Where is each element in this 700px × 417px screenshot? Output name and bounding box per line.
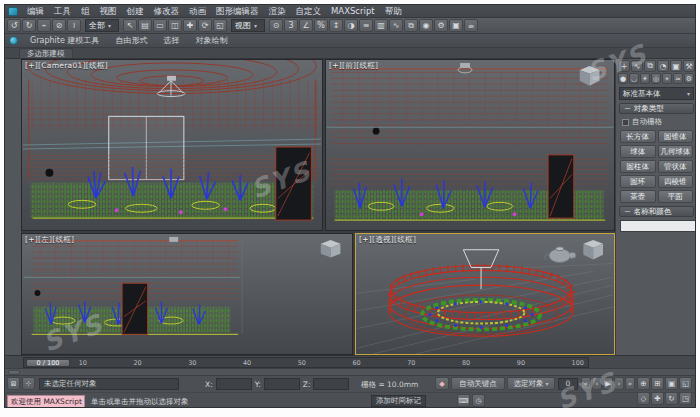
play-animation-icon[interactable]: ▶ — [603, 377, 613, 390]
go-to-start-icon[interactable]: « — [581, 377, 591, 390]
menu-item[interactable]: 自定义 — [291, 5, 327, 18]
viewcube-icon[interactable] — [583, 240, 603, 260]
coord-x-field[interactable] — [216, 378, 252, 390]
primitive-button[interactable]: 圆锥体 — [658, 130, 694, 143]
rendered-frame-window-icon[interactable]: ▣ — [449, 19, 463, 32]
undo-icon[interactable]: ↺ — [7, 19, 21, 32]
maximize-viewport-icon[interactable]: ◳ — [679, 392, 692, 405]
app-icon[interactable] — [8, 7, 18, 16]
zoom-extents-all-icon[interactable]: ◱ — [679, 377, 692, 390]
viewport-label-front[interactable]: [+][前][线框] — [329, 61, 378, 71]
sphere-object[interactable] — [373, 128, 380, 135]
selected-objects-dropdown[interactable]: 选定对象 ▾ — [507, 377, 555, 390]
furniture-objects[interactable] — [31, 183, 314, 219]
chandelier-object[interactable] — [463, 250, 498, 289]
teapot-object[interactable] — [169, 237, 178, 242]
previous-frame-icon[interactable]: ‹ — [592, 377, 602, 390]
rollout-name-color[interactable]: − 名称和颜色 — [619, 206, 694, 217]
sphere-object[interactable] — [35, 290, 41, 296]
menu-item[interactable]: 动画 — [184, 5, 211, 18]
primitive-button[interactable]: 几何球体 — [658, 145, 694, 158]
select-object-icon[interactable]: ↖ — [123, 19, 137, 32]
hierarchy-tab-icon[interactable]: ⧉ — [644, 60, 656, 72]
field-of-view-icon[interactable]: ◇ — [637, 392, 650, 405]
viewport-left[interactable]: [+][左][线框] — [21, 233, 353, 355]
material-editor-icon[interactable]: ◉ — [419, 19, 433, 32]
zoom-all-icon[interactable]: ⊞ — [651, 377, 664, 390]
menu-item[interactable]: 渲染 — [264, 5, 291, 18]
create-tab-icon[interactable]: + — [618, 60, 630, 72]
menu-item[interactable]: 帮助 — [380, 5, 407, 18]
menu-item[interactable]: 图形编辑器 — [211, 5, 264, 18]
align-icon[interactable]: ≡ — [359, 19, 373, 32]
ribbon-tab[interactable]: 自由形式 — [107, 34, 155, 47]
primitive-button[interactable]: 圆环 — [620, 175, 656, 188]
door-object[interactable] — [276, 147, 312, 220]
auto-key-button[interactable]: 自动关键点 — [451, 377, 505, 390]
time-slider-track[interactable]: 0102030405060708090100 0 / 100 — [23, 357, 589, 368]
select-and-link-icon[interactable]: ⌁ — [37, 19, 51, 32]
door-object[interactable] — [122, 283, 148, 334]
menu-item[interactable]: 创建 — [122, 5, 149, 18]
set-keys-button[interactable]: ◆ — [435, 377, 449, 390]
space-warps-category-icon[interactable]: ≈ — [673, 73, 683, 84]
snaps-toggle-icon[interactable]: 3 — [284, 19, 298, 32]
primitive-button[interactable]: 管状体 — [658, 160, 694, 173]
viewport-label-perspective[interactable]: [+][透视][线框] — [359, 235, 416, 245]
spinner-snap-icon[interactable]: ↕ — [329, 19, 343, 32]
ribbon-tab[interactable]: Graphite 建模工具 — [22, 34, 107, 47]
mini-curve-editor-button[interactable] — [8, 370, 20, 375]
mirror-icon[interactable]: ◑ — [344, 19, 358, 32]
snap-cycle-icon[interactable]: ⊹ — [22, 377, 35, 390]
primitive-button[interactable]: 球体 — [620, 145, 656, 158]
rollout-object-type[interactable]: − 对象类型 — [619, 103, 694, 114]
graphite-icon[interactable] — [9, 36, 18, 45]
primitive-button[interactable]: 圆柱体 — [620, 160, 656, 173]
primitive-button[interactable]: 茶壶 — [620, 190, 656, 203]
ribbon-tab[interactable]: 对象绘制 — [187, 34, 235, 47]
primitive-button[interactable]: 平面 — [658, 190, 694, 203]
teapot-object[interactable] — [545, 247, 576, 263]
viewport-camera[interactable]: [+][Camera01][线框] — [21, 59, 323, 231]
menu-item[interactable]: 视图 — [95, 5, 122, 18]
selection-lock-toggle-icon[interactable]: ⊠ — [7, 377, 20, 390]
helpers-category-icon[interactable]: ⌖ — [662, 73, 672, 84]
primitive-button[interactable]: 长方体 — [620, 130, 656, 143]
viewcube-icon[interactable] — [321, 240, 341, 258]
keyboard-override-toggle-icon[interactable]: ⌨ — [457, 394, 470, 407]
lights-category-icon[interactable]: ☀ — [640, 73, 650, 84]
door-object[interactable] — [548, 155, 574, 218]
select-and-scale-icon[interactable]: ◱ — [213, 19, 227, 32]
select-by-name-icon[interactable]: ▤ — [138, 19, 152, 32]
window-crossing-icon[interactable]: ◫ — [168, 19, 182, 32]
menu-item[interactable]: 编辑 — [22, 5, 49, 18]
zoom-extents-icon[interactable]: ▣ — [665, 377, 678, 390]
go-to-end-icon[interactable]: » — [625, 377, 635, 390]
use-pivot-center-icon[interactable]: ⊙ — [269, 19, 283, 32]
percent-snap-icon[interactable]: % — [314, 19, 328, 32]
menu-item[interactable]: 组 — [76, 5, 95, 18]
modify-tab-icon[interactable]: ∿ — [631, 60, 643, 72]
display-tab-icon[interactable]: ▣ — [670, 60, 682, 72]
schematic-view-icon[interactable]: ⧉ — [404, 19, 418, 32]
unlink-selection-icon[interactable]: ⊘ — [52, 19, 66, 32]
viewport-label-left[interactable]: [+][左][线框] — [25, 235, 74, 245]
motion-tab-icon[interactable]: ◔ — [657, 60, 669, 72]
render-production-icon[interactable]: ☕ — [464, 19, 478, 32]
geometry-category-icon[interactable]: ● — [618, 73, 628, 84]
layer-manager-icon[interactable]: ▥ — [374, 19, 388, 32]
pan-view-icon[interactable]: ✚ — [651, 392, 664, 405]
geometry-subcategory-dropdown[interactable]: 标准基本体 ▾ — [619, 87, 694, 100]
primitive-button[interactable]: 四棱锥 — [658, 175, 694, 188]
cameras-category-icon[interactable]: ◎ — [651, 73, 661, 84]
select-and-move-icon[interactable]: ✚ — [183, 19, 197, 32]
ribbon-tab[interactable]: 选择 — [155, 34, 187, 47]
shapes-category-icon[interactable]: ◡ — [629, 73, 639, 84]
time-slider-handle[interactable]: 0 / 100 — [26, 359, 70, 367]
maxscript-mini-listener[interactable]: 欢迎使用 MAXScript — [7, 395, 85, 408]
add-time-tag-button[interactable]: 添加时间标记 — [371, 395, 426, 407]
bind-to-space-warp-icon[interactable]: ≀ — [67, 19, 81, 32]
select-and-rotate-icon[interactable]: ⟳ — [198, 19, 212, 32]
zoom-icon[interactable]: ⊕ — [637, 377, 650, 390]
selection-filter-dropdown[interactable]: 全部 ▾ — [85, 19, 119, 32]
